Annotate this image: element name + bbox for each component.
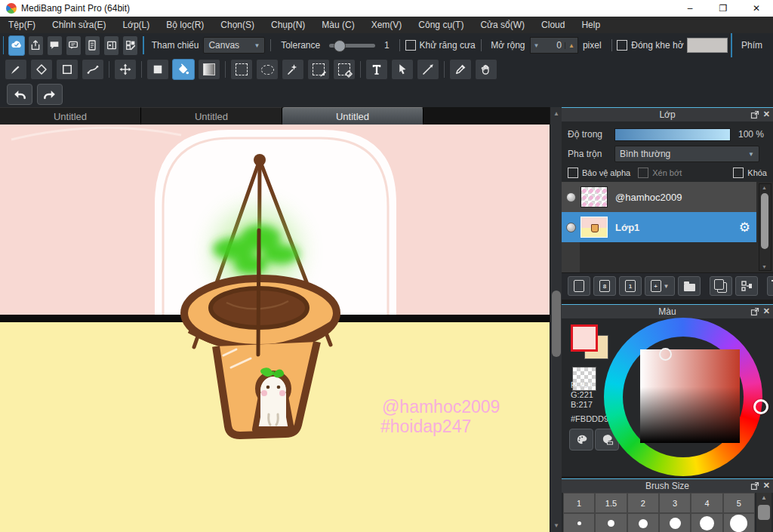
tool-curve[interactable] <box>82 59 104 80</box>
tool-move[interactable] <box>114 59 137 80</box>
popout-icon[interactable] <box>750 481 759 490</box>
brush-dot-4[interactable] <box>691 513 722 532</box>
brush-dot-1[interactable] <box>563 513 595 532</box>
tool-hand[interactable] <box>475 59 497 80</box>
new-8bit-layer-button[interactable]: 8 <box>593 276 616 296</box>
delete-layer-button[interactable] <box>767 276 773 296</box>
menu-color[interactable]: Màu (C) <box>313 17 362 33</box>
gear-icon[interactable]: ⚙ <box>739 220 750 235</box>
brush-size-scrollbar[interactable]: ▲ <box>756 493 771 532</box>
minimize-button[interactable]: – <box>673 0 707 17</box>
menu-view[interactable]: Xem(V) <box>363 17 411 33</box>
sv-selector-icon[interactable] <box>659 348 672 361</box>
antialias-checkbox[interactable]: Khử răng cưa <box>405 40 476 51</box>
merge-layer-button[interactable] <box>735 276 758 296</box>
tool-magic-wand[interactable] <box>282 59 304 80</box>
close-panel-icon[interactable]: ✕ <box>763 109 770 119</box>
layout-edit-button[interactable] <box>122 35 138 56</box>
spinner-down-icon[interactable]: ▼ <box>531 42 543 49</box>
scrollbar-thumb[interactable] <box>758 505 770 520</box>
undo-button[interactable] <box>7 84 32 105</box>
share-button[interactable] <box>28 35 44 56</box>
reference-dropdown[interactable]: Canvas ▼ <box>203 37 265 54</box>
tool-lasso[interactable] <box>256 59 279 80</box>
comment-button[interactable] <box>47 35 63 56</box>
window-list-button[interactable] <box>103 35 119 56</box>
add-layer-button[interactable]: +▼ <box>645 276 675 296</box>
tool-select-eraser[interactable] <box>333 59 356 80</box>
close-gap-swatch[interactable] <box>687 38 728 53</box>
brush-size-5[interactable]: 5 <box>723 493 755 513</box>
redo-button[interactable] <box>37 84 63 105</box>
menu-file[interactable]: Tệp(F) <box>0 17 44 33</box>
tool-fill-rect[interactable] <box>146 59 169 80</box>
duplicate-layer-button[interactable] <box>710 276 732 296</box>
brush-dot-5[interactable] <box>723 513 755 532</box>
popout-icon[interactable] <box>750 307 759 316</box>
tool-bucket[interactable] <box>172 59 195 80</box>
cloud-sync-button[interactable] <box>8 35 24 56</box>
drawing-canvas[interactable]: @hamhoc2009 #hoidap247 <box>0 125 550 532</box>
tool-eyedropper[interactable] <box>449 59 472 80</box>
tool-eraser[interactable] <box>30 59 53 80</box>
scroll-up-icon[interactable]: ▲ <box>550 110 562 117</box>
menu-layer[interactable]: Lớp(L) <box>114 17 158 33</box>
menu-tools[interactable]: Công cụ(T) <box>410 17 472 33</box>
tab-untitled-3[interactable]: Untitled <box>282 107 423 125</box>
layer-row-lop1-selected[interactable]: Lớp1 ⚙ <box>562 212 756 242</box>
scroll-down-icon[interactable]: ▼ <box>550 522 562 529</box>
tolerance-slider[interactable] <box>329 39 375 51</box>
expand-spinner[interactable]: ▼ 0 ▲ <box>530 37 578 54</box>
visibility-icon[interactable] <box>566 192 576 202</box>
layer-row-hamhoc2009[interactable]: @hamhoc2009 <box>562 182 756 212</box>
menu-cloud[interactable]: Cloud <box>533 17 573 33</box>
close-panel-icon[interactable]: ✕ <box>763 306 770 316</box>
menu-help[interactable]: Help <box>573 17 608 33</box>
close-gap-checkbox[interactable]: Đóng khe hở <box>617 40 683 51</box>
tool-select-rect[interactable] <box>230 59 253 80</box>
menu-filter[interactable]: Bộ lọc(R) <box>158 17 212 33</box>
foreground-color-swatch[interactable] <box>571 324 598 352</box>
new-1bit-layer-button[interactable]: 1 <box>619 276 642 296</box>
alpha-protect-checkbox[interactable]: Bảo vệ alpha <box>568 168 630 178</box>
menu-window[interactable]: Cửa sổ(W) <box>472 17 533 33</box>
clipping-checkbox[interactable]: Xén bớt <box>638 168 682 178</box>
saturation-value-square[interactable] <box>640 349 740 443</box>
scrollbar-thumb[interactable] <box>552 291 561 357</box>
tool-divide[interactable] <box>417 59 439 80</box>
scroll-down-icon[interactable]: ▼ <box>759 264 769 269</box>
brush-dot-1-5[interactable] <box>595 513 627 532</box>
brush-size-1-5[interactable]: 1.5 <box>595 493 627 513</box>
menu-select[interactable]: Chọn(S) <box>212 17 263 33</box>
brush-dot-2[interactable] <box>627 513 659 532</box>
tool-shape[interactable] <box>56 59 79 80</box>
blend-dropdown[interactable]: Bình thường ▼ <box>614 146 759 162</box>
brush-size-1[interactable]: 1 <box>563 493 595 513</box>
tab-untitled-1[interactable]: Untitled <box>0 107 141 125</box>
new-layer-button[interactable] <box>568 276 590 296</box>
canvas-vertical-scrollbar[interactable]: ▲ ▼ <box>550 107 562 532</box>
brush-size-2[interactable]: 2 <box>627 493 659 513</box>
scrollbar-thumb[interactable] <box>761 193 768 249</box>
restore-button[interactable]: ❐ <box>707 0 740 17</box>
lock-checkbox[interactable]: Khóa <box>733 168 767 178</box>
opacity-slider[interactable] <box>614 128 731 141</box>
tab-untitled-2[interactable]: Untitled <box>141 107 282 125</box>
brush-dot-3[interactable] <box>659 513 691 532</box>
tool-brush[interactable] <box>5 59 27 80</box>
scroll-up-icon[interactable]: ▲ <box>756 494 771 501</box>
close-panel-icon[interactable]: ✕ <box>763 481 770 490</box>
tolerance-slider-knob[interactable] <box>334 40 346 52</box>
tool-gradient[interactable] <box>198 59 220 80</box>
spinner-up-icon[interactable]: ▲ <box>565 42 577 49</box>
tool-select-pen[interactable] <box>307 59 330 80</box>
menu-edit[interactable]: Chỉnh sửa(E) <box>44 17 114 33</box>
chat-button[interactable] <box>66 35 82 56</box>
new-folder-button[interactable] <box>678 276 701 296</box>
brush-size-4[interactable]: 4 <box>691 493 722 513</box>
tool-text[interactable] <box>365 59 388 80</box>
keys-label[interactable]: Phím <box>731 33 773 57</box>
palette-button[interactable] <box>569 429 593 451</box>
tool-operation[interactable] <box>391 59 414 80</box>
brush-size-3[interactable]: 3 <box>659 493 691 513</box>
